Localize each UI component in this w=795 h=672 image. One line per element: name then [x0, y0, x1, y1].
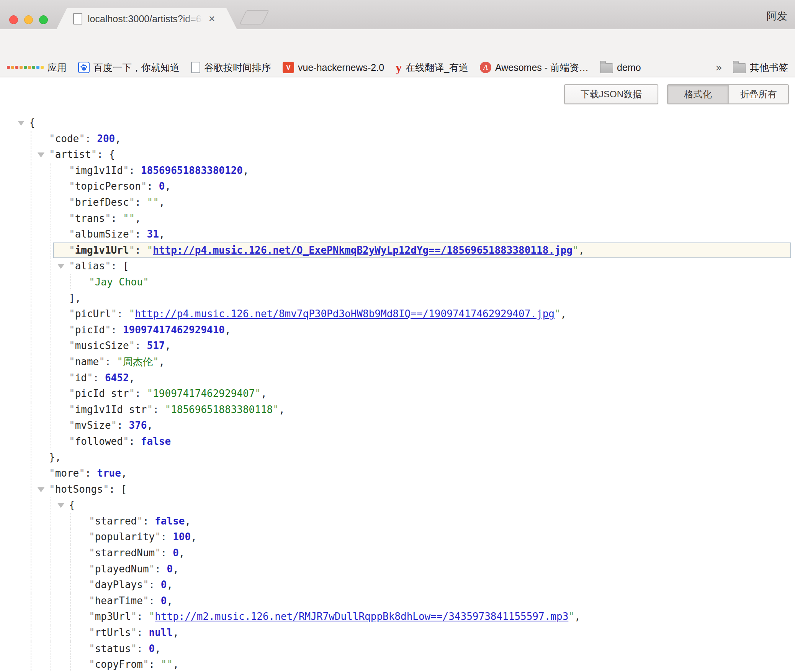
- json-line: "trans": "",: [0, 211, 795, 227]
- indent-guide: [70, 657, 71, 672]
- json-line: "img1v1Id_str": "18569651883380118",: [0, 402, 795, 418]
- browser-toolbar: ← → i localhost:3000/artists?id=6452 ☆ V…: [0, 29, 795, 58]
- baidu-paw-icon: [78, 62, 90, 73]
- json-line: "hotSongs": [: [0, 482, 795, 498]
- indent-guide: [31, 306, 31, 322]
- json-url-link[interactable]: http://p4.music.126.net/8mv7qP30Pd3oHW8b…: [135, 308, 555, 320]
- browser-tab[interactable]: localhost:3000/artists?id=645 ×: [56, 8, 237, 30]
- indent-guide: [70, 625, 71, 641]
- indent-guide: [31, 226, 31, 243]
- indent-guide: [31, 131, 31, 147]
- folder-icon: [733, 63, 746, 73]
- bookmark-youdao-translate[interactable]: y 在线翻译_有道: [396, 61, 468, 74]
- indent-guide: [31, 434, 31, 450]
- indent-guide: [70, 274, 71, 290]
- collapse-all-button[interactable]: 折叠所有: [728, 85, 788, 103]
- indent-guide: [70, 577, 71, 593]
- download-json-button[interactable]: 下载JSON数据: [564, 84, 658, 104]
- json-viewer-page: 下载JSON数据 格式化 折叠所有 {"code": 200,"artist":…: [0, 77, 795, 672]
- json-line: ],: [0, 290, 795, 306]
- tab-close-icon[interactable]: ×: [209, 13, 215, 24]
- indent-guide: [51, 513, 51, 529]
- indent-guide: [31, 577, 31, 593]
- json-line: "img1v1Url": "http://p4.music.126.net/Q_…: [0, 243, 795, 259]
- collapse-arrow-icon[interactable]: [57, 503, 64, 508]
- minimize-window-button[interactable]: [24, 15, 33, 24]
- collapse-arrow-icon[interactable]: [38, 152, 44, 157]
- json-line: "starredNum": 0,: [0, 545, 795, 561]
- indent-guide: [70, 529, 71, 545]
- close-window-button[interactable]: [9, 15, 18, 24]
- json-line: "popularity": 100,: [0, 529, 795, 545]
- vue-v-icon: V: [283, 62, 294, 73]
- indent-guide: [51, 593, 51, 609]
- profile-name[interactable]: 阿发: [767, 9, 787, 23]
- json-line: "status": 0,: [0, 641, 795, 657]
- bookmark-apps[interactable]: 应用: [7, 61, 67, 74]
- indent-guide: [51, 641, 51, 657]
- bookmark-vue-hackernews[interactable]: V vue-hackernews-2.0: [283, 62, 384, 73]
- indent-guide: [31, 609, 31, 625]
- indent-guide: [31, 482, 31, 498]
- indent-guide: [31, 593, 31, 609]
- indent-guide: [31, 418, 31, 434]
- other-bookmarks-folder[interactable]: 其他书签: [733, 61, 788, 74]
- indent-guide: [51, 561, 51, 577]
- json-line: "mp3Url": "http://m2.music.126.net/RMJR7…: [0, 609, 795, 625]
- indent-guide: [70, 641, 71, 657]
- collapse-arrow-icon[interactable]: [38, 487, 44, 492]
- json-line: "copyFrom": "",: [0, 657, 795, 672]
- bookmark-folder-demo[interactable]: demo: [600, 62, 641, 73]
- indent-guide: [31, 545, 31, 561]
- bookmark-baidu[interactable]: 百度一下，你就知道: [78, 61, 180, 74]
- indent-guide: [31, 179, 31, 195]
- view-mode-segmented-control: 格式化 折叠所有: [667, 84, 789, 104]
- json-url-link[interactable]: http://p4.music.126.net/Q_ExePNkmqB2yWyL…: [153, 244, 573, 256]
- indent-guide: [31, 163, 31, 179]
- indent-guide: [51, 529, 51, 545]
- indent-guide: [31, 211, 31, 227]
- json-line: "followed": false: [0, 434, 795, 450]
- indent-guide: [31, 354, 31, 370]
- indent-guide: [31, 513, 31, 529]
- indent-guide: [70, 561, 71, 577]
- collapse-arrow-icon[interactable]: [57, 264, 64, 269]
- indent-guide: [31, 290, 31, 306]
- json-line: "hearTime": 0,: [0, 593, 795, 609]
- indent-guide: [70, 609, 71, 625]
- json-url-link[interactable]: http://m2.music.126.net/RMJR7wDullRqppBk…: [155, 611, 568, 622]
- bookmark-awesomes[interactable]: A Awesomes - 前端资…: [480, 61, 589, 74]
- json-line: "rtUrls": null,: [0, 625, 795, 641]
- indent-guide: [51, 657, 51, 672]
- format-button[interactable]: 格式化: [668, 85, 728, 103]
- bookmarks-overflow-chevron[interactable]: »: [716, 61, 722, 74]
- indent-guide: [31, 625, 31, 641]
- json-line: "briefDesc": "",: [0, 195, 795, 211]
- indent-guide: [51, 306, 51, 322]
- indent-guide: [31, 497, 31, 513]
- indent-guide: [70, 545, 71, 561]
- indent-guide: [51, 577, 51, 593]
- new-tab-button[interactable]: [239, 10, 270, 25]
- json-line: "img1v1Id": 18569651883380120,: [0, 163, 795, 179]
- collapse-arrow-icon[interactable]: [18, 121, 25, 126]
- indent-guide: [51, 497, 51, 513]
- tab-title: localhost:3000/artists?id=645: [88, 13, 203, 25]
- indent-guide: [51, 402, 51, 418]
- json-line: "starred": false,: [0, 513, 795, 529]
- indent-guide: [31, 370, 31, 386]
- indent-guide: [31, 657, 31, 672]
- indent-guide: [31, 449, 31, 465]
- indent-guide: [51, 179, 51, 195]
- json-line: {: [0, 497, 795, 513]
- fullscreen-window-button[interactable]: [39, 15, 48, 24]
- indent-guide: [51, 354, 51, 370]
- json-line: "more": true,: [0, 465, 795, 482]
- indent-guide: [51, 545, 51, 561]
- indent-guide: [31, 258, 31, 274]
- indent-guide: [51, 386, 51, 402]
- json-line: "picId_str": "19097417462929407",: [0, 386, 795, 402]
- json-line: "code": 200,: [0, 131, 795, 147]
- indent-guide: [51, 625, 51, 641]
- bookmark-google-sort[interactable]: 谷歌按时间排序: [191, 61, 271, 74]
